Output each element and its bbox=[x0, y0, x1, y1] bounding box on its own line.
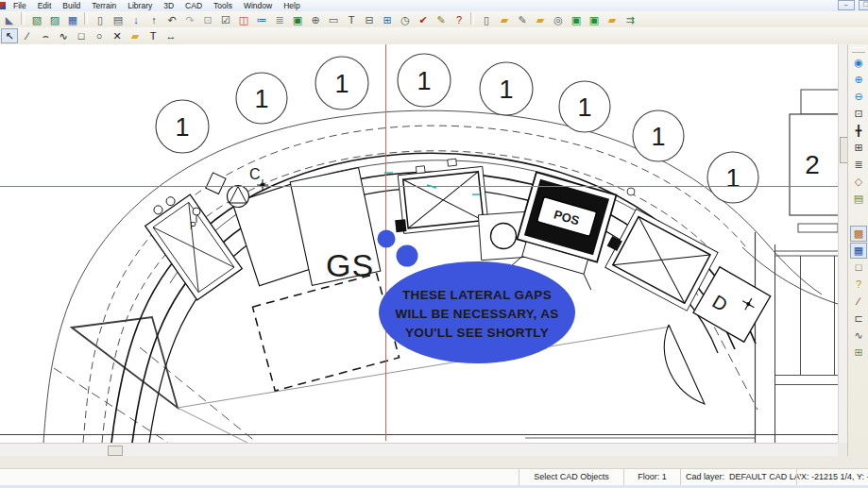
svg-text:WILL BE NECESSARY, AS: WILL BE NECESSARY, AS bbox=[395, 307, 558, 321]
new-plan-button[interactable]: ▯ bbox=[92, 12, 109, 27]
time-tracker-button[interactable]: ◷ bbox=[397, 12, 414, 27]
draw-circle-button[interactable]: ○ bbox=[91, 28, 108, 43]
edit-behaviors-button[interactable]: ☑ bbox=[217, 12, 234, 27]
open-recent-button[interactable]: ▰ bbox=[532, 12, 549, 27]
text-tool-button[interactable]: T bbox=[145, 28, 162, 43]
preview-reference-button[interactable]: ▤ bbox=[850, 191, 867, 207]
pan-window-button[interactable]: ◇ bbox=[850, 174, 867, 190]
draw-spline-button[interactable]: ∿ bbox=[55, 28, 72, 43]
materials-list-button[interactable]: ⊞ bbox=[379, 12, 396, 27]
grid-snaps-button[interactable]: ⊞ bbox=[850, 345, 867, 361]
save-all-button[interactable]: ▣ bbox=[586, 12, 603, 27]
undo-button[interactable]: ↶ bbox=[163, 12, 180, 27]
select-objects-button[interactable]: ↖ bbox=[1, 28, 18, 43]
edit-template-button[interactable]: ✎ bbox=[514, 12, 531, 27]
place-point-button[interactable]: ✕ bbox=[109, 28, 126, 43]
draw-box-button[interactable]: □ bbox=[73, 28, 90, 43]
material-defaults-button[interactable]: ▦ bbox=[64, 12, 81, 27]
sink-cabinet[interactable] bbox=[140, 186, 243, 300]
draw-line-button[interactable]: ∕ bbox=[19, 28, 36, 43]
menu-terrain[interactable]: Terrain bbox=[86, 0, 122, 11]
planned-cabinet-dashed[interactable] bbox=[252, 274, 399, 391]
callout-bubble[interactable]: THESE LATERAL GAPS WILL BE NECESSARY, AS… bbox=[379, 261, 575, 363]
text-styles-button[interactable]: T bbox=[343, 12, 360, 27]
appliance-crossbox-1[interactable] bbox=[389, 156, 488, 234]
bar-end-triangle[interactable] bbox=[72, 317, 178, 408]
library-browser-button[interactable]: ◫ bbox=[235, 12, 252, 27]
window-layout-button[interactable]: ▭ bbox=[325, 12, 342, 27]
svg-text:YOU'LL SEE SHORTLY: YOU'LL SEE SHORTLY bbox=[405, 326, 549, 340]
bar-stool[interactable]: 1 bbox=[315, 57, 368, 109]
edit-layout-line-button[interactable]: ∕ bbox=[850, 294, 867, 310]
minimize-button[interactable]: – bbox=[838, 0, 855, 10]
import-button[interactable]: ↓ bbox=[128, 12, 145, 27]
highlighter-button[interactable]: ▰ bbox=[127, 28, 144, 43]
undo-zoom-button[interactable]: ⊡ bbox=[850, 106, 867, 122]
save-button[interactable]: ▣ bbox=[568, 12, 585, 27]
print-button[interactable]: ▤ bbox=[110, 12, 127, 27]
layer-sets-button[interactable]: ≣ bbox=[850, 157, 867, 173]
plan-check-button[interactable]: ✔ bbox=[415, 12, 432, 27]
dimension-tool-button[interactable]: ↔ bbox=[162, 28, 179, 43]
blank-view-button[interactable]: □ bbox=[850, 260, 867, 276]
gap-marker-dot-2[interactable] bbox=[397, 245, 418, 267]
bar-stool[interactable]: 1 bbox=[633, 110, 684, 161]
export-up-button[interactable]: ↑ bbox=[145, 12, 162, 27]
open-backup-button[interactable]: ▰ bbox=[604, 12, 621, 27]
door-swing[interactable] bbox=[664, 325, 705, 404]
menu-edit[interactable]: Edit bbox=[32, 0, 58, 11]
redo-button[interactable]: ↷ bbox=[181, 12, 198, 27]
floor-tools-button[interactable]: ▧ bbox=[28, 12, 45, 27]
open-file-button[interactable]: ▰ bbox=[496, 12, 513, 27]
new-file-button[interactable]: ▯ bbox=[478, 12, 495, 27]
horizontal-scrollbar-thumb[interactable] bbox=[108, 446, 123, 456]
zoom-out-button[interactable]: ⊖ bbox=[850, 89, 867, 105]
fill-window-button[interactable]: ╋ bbox=[850, 123, 867, 139]
restore-button[interactable]: ❐ bbox=[859, 0, 868, 10]
menu-help[interactable]: Help bbox=[278, 0, 305, 11]
terrain-tools-button[interactable]: ▨ bbox=[46, 12, 63, 27]
tape-measure-button[interactable]: ∿ bbox=[850, 328, 867, 344]
active-defaults-button[interactable]: ≔ bbox=[253, 12, 270, 27]
menu-tools[interactable]: Tools bbox=[208, 0, 238, 11]
dishwasher[interactable]: D bbox=[693, 267, 771, 342]
table-2[interactable]: 2 bbox=[790, 90, 838, 215]
preferences-list-button[interactable]: ≣ bbox=[271, 12, 288, 27]
bar-stool[interactable]: 1 bbox=[707, 152, 758, 203]
svg-text:1: 1 bbox=[417, 67, 431, 95]
menu-library[interactable]: Library bbox=[122, 0, 158, 11]
context-help-button[interactable]: ? bbox=[850, 277, 867, 293]
horizontal-scrollbar[interactable] bbox=[0, 443, 838, 457]
draw-arc-button[interactable]: ⌢ bbox=[37, 28, 54, 43]
object-connections-button[interactable]: ⊕ bbox=[307, 12, 324, 27]
elevation-camera-button[interactable]: ◣ bbox=[1, 12, 18, 27]
bar-stool[interactable]: 1 bbox=[236, 73, 287, 124]
bar-stool[interactable]: 1 bbox=[156, 100, 209, 153]
zoom-in-button[interactable]: ⊕ bbox=[850, 72, 867, 88]
zoom-tool-button[interactable]: ◉ bbox=[850, 55, 867, 71]
bar-stool[interactable]: 1 bbox=[480, 62, 533, 115]
menu-build[interactable]: Build bbox=[57, 0, 86, 11]
gap-marker-dot-1[interactable] bbox=[378, 230, 396, 248]
toolbar-grip[interactable] bbox=[852, 47, 865, 53]
file-info-button[interactable]: ◎ bbox=[550, 12, 567, 27]
help-button[interactable]: ? bbox=[451, 12, 468, 27]
select-similar-button[interactable]: ⊡ bbox=[199, 12, 216, 27]
center-object-button[interactable]: ⊞ bbox=[850, 140, 867, 156]
crop-view-button[interactable]: ⊏ bbox=[850, 311, 867, 327]
library-catalog-button[interactable]: ▣ bbox=[289, 12, 306, 27]
color-view-button[interactable]: ▩ bbox=[850, 226, 867, 242]
menu-file[interactable]: File bbox=[8, 0, 32, 11]
menu-window[interactable]: Window bbox=[238, 0, 278, 11]
menu-3d[interactable]: 3D bbox=[158, 0, 179, 11]
appliance-crossbox-2[interactable] bbox=[598, 205, 718, 311]
menu-cad[interactable]: CAD bbox=[179, 0, 208, 11]
tile-windows-button[interactable]: ⊟ bbox=[361, 12, 378, 27]
bar-stool[interactable]: 1 bbox=[559, 81, 610, 132]
annotation-note-button[interactable]: ✎ bbox=[433, 12, 450, 27]
bar-stool[interactable]: 1 bbox=[398, 54, 451, 107]
plan-canvas[interactable]: C P POS bbox=[0, 44, 868, 456]
camera-view-button[interactable]: ▦ bbox=[850, 243, 867, 259]
export-files-button[interactable]: ⇉ bbox=[621, 12, 638, 27]
main-toolbar: ◣▧▨▦▯▤↓↑↶↷⊡☑◫≔≣▣⊕▭T⊟⊞◷✔✎?▯▰✎▰◎▣▣▰⇉ bbox=[0, 11, 868, 28]
